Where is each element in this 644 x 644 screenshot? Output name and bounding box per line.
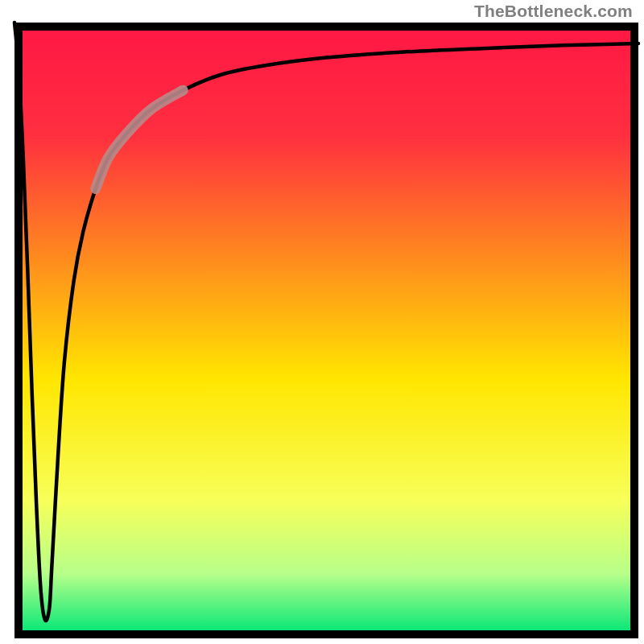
plot-background [19, 27, 634, 634]
bottleneck-chart [0, 0, 644, 644]
chart-stage: TheBottleneck.com [0, 0, 644, 644]
